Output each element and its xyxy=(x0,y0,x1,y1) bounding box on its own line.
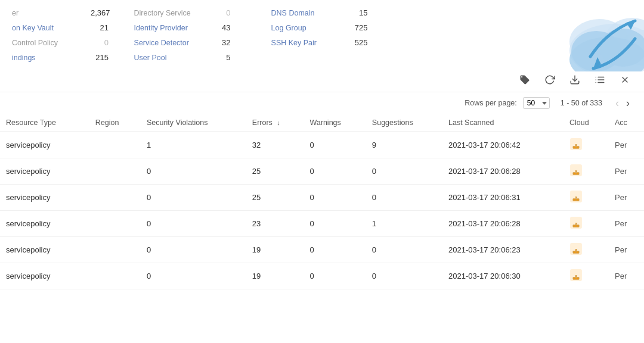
svg-rect-35 xyxy=(573,224,580,227)
tag-icon[interactable] xyxy=(518,73,532,87)
data-table: Resource Type Region Security Violations… xyxy=(0,114,644,289)
svg-rect-20 xyxy=(573,146,580,148)
stat-value: 725 xyxy=(350,23,368,32)
cell-last-scanned: 2021-03-17 20:06:28 xyxy=(442,158,564,185)
cell-last-scanned: 2021-03-17 20:06:42 xyxy=(442,132,564,158)
cell-account: Per xyxy=(609,185,644,211)
cell-last-scanned: 2021-03-17 20:06:23 xyxy=(442,237,564,263)
table-row[interactable]: servicepolicy 0 19 0 0 2021-03-17 20:06:… xyxy=(0,237,644,263)
svg-rect-40 xyxy=(573,251,580,253)
svg-rect-32 xyxy=(577,199,578,200)
stat-value: 15 xyxy=(350,8,368,17)
table-row[interactable]: servicepolicy 0 19 0 0 2021-03-17 20:06:… xyxy=(0,263,644,289)
stat-value: 0 xyxy=(213,8,231,17)
cell-account: Per xyxy=(609,132,644,158)
stat-label: er xyxy=(12,9,83,17)
cell-warnings: 0 xyxy=(304,132,366,158)
rows-per-page-select[interactable]: 50 10 25 100 xyxy=(523,97,550,109)
cell-errors: 19 xyxy=(246,263,304,289)
toolbar xyxy=(0,68,644,92)
table-row[interactable]: servicepolicy 0 25 0 0 2021-03-17 20:06:… xyxy=(0,185,644,211)
cell-suggestions: 0 xyxy=(366,185,442,211)
col-header-account: Acc xyxy=(609,114,644,132)
cell-region xyxy=(89,185,141,211)
cell-suggestions: 9 xyxy=(366,132,442,158)
stat-label: Identity Provider xyxy=(134,24,206,32)
svg-rect-26 xyxy=(574,173,575,174)
data-table-container: Resource Type Region Security Violations… xyxy=(0,114,644,289)
stat-value: 215 xyxy=(91,53,109,62)
col-header-warnings: Warnings xyxy=(304,114,366,132)
cell-last-scanned: 2021-03-17 20:06:30 xyxy=(442,263,564,289)
svg-rect-41 xyxy=(574,251,575,252)
cell-warnings: 0 xyxy=(304,185,366,211)
stat-value: 525 xyxy=(350,38,368,47)
cell-resource-type: servicepolicy xyxy=(0,211,89,237)
cloud-illustration xyxy=(549,0,644,71)
col-header-errors[interactable]: Errors ↓ xyxy=(246,114,304,132)
svg-rect-21 xyxy=(574,146,575,148)
cell-errors: 19 xyxy=(246,237,304,263)
cell-warnings: 0 xyxy=(304,237,366,263)
col-header-cloud: Cloud xyxy=(564,114,609,132)
service-detector-label: Service Detector xyxy=(134,39,206,47)
stat-value: 21 xyxy=(91,23,109,32)
stat-value: 32 xyxy=(213,38,231,47)
cell-warnings: 0 xyxy=(304,158,366,185)
table-row[interactable]: servicepolicy 1 32 0 9 2021-03-17 20:06:… xyxy=(0,132,644,158)
table-row[interactable]: servicepolicy 0 23 0 1 2021-03-17 20:06:… xyxy=(0,211,644,237)
cell-cloud: a xyxy=(564,211,609,237)
svg-rect-45 xyxy=(573,277,580,279)
stat-label: Log Group xyxy=(271,24,343,32)
table-row[interactable]: servicepolicy 0 25 0 0 2021-03-17 20:06:… xyxy=(0,158,644,185)
svg-rect-37 xyxy=(577,225,578,226)
stats-col-2: Directory Service 0 Identity Provider 43… xyxy=(128,6,265,64)
stat-label: SSH Key Pair xyxy=(271,39,343,47)
cell-errors: 25 xyxy=(246,158,304,185)
col-header-resource-type: Resource Type xyxy=(0,114,89,132)
close-icon[interactable] xyxy=(618,73,632,87)
cell-warnings: 0 xyxy=(304,211,366,237)
stat-value: 43 xyxy=(213,23,231,32)
svg-rect-27 xyxy=(577,173,578,174)
stat-value: 2,367 xyxy=(91,8,110,17)
stat-row: indings 215 xyxy=(6,51,128,64)
cell-account: Per xyxy=(609,263,644,289)
cell-region xyxy=(89,211,141,237)
cell-region xyxy=(89,132,141,158)
cell-security-violations: 0 xyxy=(141,158,246,185)
cell-warnings: 0 xyxy=(304,263,366,289)
table-header: Resource Type Region Security Violations… xyxy=(0,114,644,132)
cell-resource-type: servicepolicy xyxy=(0,237,89,263)
stat-value: 0 xyxy=(91,38,109,47)
col-header-last-scanned: Last Scanned xyxy=(442,114,564,132)
pagination: Rows per page: 50 10 25 100 1 - 50 of 33… xyxy=(0,92,644,114)
list-icon[interactable] xyxy=(593,73,607,87)
col-header-security-violations: Security Violations xyxy=(141,114,246,132)
stat-label: User Pool xyxy=(134,54,206,62)
svg-rect-42 xyxy=(577,251,578,252)
stat-label: on Key Vault xyxy=(12,24,83,32)
stats-section: er 2,367 on Key Vault 21 Control Policy … xyxy=(0,0,644,68)
stat-value: 5 xyxy=(213,53,231,62)
svg-rect-22 xyxy=(577,146,578,148)
page-range: 1 - 50 of 333 xyxy=(561,99,602,107)
download-icon[interactable] xyxy=(568,73,582,87)
prev-page-button[interactable]: ‹ xyxy=(613,98,621,108)
cell-region xyxy=(89,263,141,289)
cell-cloud: a xyxy=(564,237,609,263)
cell-last-scanned: 2021-03-17 20:06:31 xyxy=(442,185,564,211)
cell-resource-type: servicepolicy xyxy=(0,185,89,211)
rows-per-page-label: Rows per page: xyxy=(465,99,517,107)
cell-suggestions: 1 xyxy=(366,211,442,237)
next-page-button[interactable]: › xyxy=(624,98,632,108)
cell-security-violations: 1 xyxy=(141,132,246,158)
cell-account: Per xyxy=(609,237,644,263)
refresh-icon[interactable] xyxy=(543,73,557,87)
svg-rect-31 xyxy=(574,199,575,200)
cell-security-violations: 0 xyxy=(141,185,246,211)
stat-row: Service Detector 32 xyxy=(128,36,265,49)
stat-row: DNS Domain 15 xyxy=(265,6,402,20)
cell-resource-type: servicepolicy xyxy=(0,132,89,158)
cell-account: Per xyxy=(609,158,644,185)
